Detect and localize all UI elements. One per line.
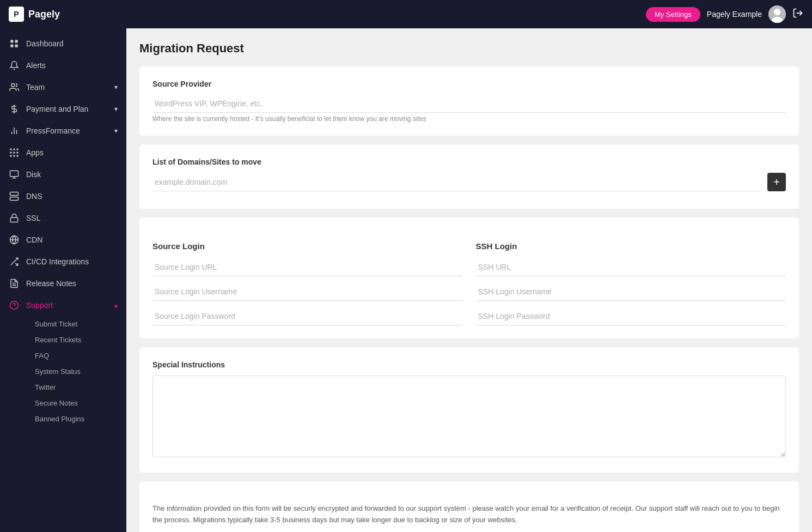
sidebar-item-system-status[interactable]: System Status — [26, 364, 126, 379]
add-domain-button[interactable]: + — [767, 173, 786, 191]
sidebar-label-payment: Payment and Plan — [26, 105, 88, 113]
logo-text: Pagely — [28, 9, 60, 20]
special-instructions-label: Special Instructions — [152, 360, 786, 369]
sidebar-label-pressformance: PressFormance — [26, 126, 80, 135]
ssh-url-input[interactable] — [476, 258, 786, 276]
domains-label: List of Domains/Sites to move — [152, 158, 786, 166]
sidebar-item-dashboard[interactable]: Dashboard — [0, 33, 126, 55]
header: P Pagely My Settings Pagely Example — [0, 0, 812, 28]
dns-icon — [9, 191, 20, 202]
sidebar-label-alerts: Alerts — [26, 61, 46, 70]
svg-rect-15 — [17, 149, 19, 150]
sidebar-item-release-notes[interactable]: Release Notes — [0, 273, 126, 294]
source-provider-input[interactable] — [152, 95, 786, 113]
sidebar-item-alerts[interactable]: Alerts — [0, 55, 126, 76]
team-chevron: ▾ — [114, 83, 118, 91]
ssl-icon — [9, 213, 20, 223]
dashboard-icon — [9, 38, 20, 49]
sidebar-item-banned-plugins[interactable]: Banned Plugins — [26, 411, 126, 427]
sidebar-item-cicd[interactable]: CI/CD Integrations — [0, 251, 126, 273]
sidebar-item-apps[interactable]: Apps — [0, 142, 126, 164]
sidebar-item-cdn[interactable]: CDN — [0, 229, 126, 251]
support-icon — [9, 300, 20, 311]
info-text: The information provided on this form wi… — [152, 503, 786, 526]
sidebar-item-secure-notes[interactable]: Secure Notes — [26, 395, 126, 411]
my-settings-button[interactable]: My Settings — [646, 7, 700, 22]
sidebar-label-disk: Disk — [26, 170, 41, 179]
sidebar-label-ssl: SSL — [26, 214, 40, 222]
sidebar-label-support: Support — [26, 301, 53, 310]
main-layout: Dashboard Alerts Team ▾ Payment and Plan… — [0, 28, 812, 532]
header-right: My Settings Pagely Example — [646, 5, 803, 23]
source-login-password-input[interactable] — [152, 307, 463, 325]
svg-rect-14 — [14, 149, 15, 150]
svg-rect-20 — [14, 155, 15, 157]
cicd-icon — [9, 256, 20, 267]
domain-row: + — [152, 173, 786, 191]
sidebar-item-payment[interactable]: Payment and Plan ▾ — [0, 98, 126, 120]
ssh-password-input[interactable] — [476, 307, 786, 325]
logout-icon[interactable] — [792, 8, 803, 21]
sidebar-label-cdn: CDN — [26, 235, 42, 244]
special-instructions-card: Special Instructions — [139, 347, 799, 473]
svg-rect-4 — [10, 40, 13, 43]
cdn-icon — [9, 234, 20, 245]
pressformance-icon — [9, 125, 20, 136]
sidebar-item-twitter[interactable]: Twitter — [26, 379, 126, 395]
support-submenu: Submit Ticket Recent Tickets FAQ System … — [0, 316, 126, 427]
source-login-section: Source Login — [152, 241, 463, 325]
source-login-url-input[interactable] — [152, 258, 463, 276]
team-icon — [9, 82, 20, 93]
svg-rect-22 — [10, 171, 19, 177]
source-provider-label: Source Provider — [152, 80, 786, 88]
avatar — [768, 5, 786, 23]
sidebar-item-submit-ticket[interactable]: Submit Ticket — [26, 316, 126, 332]
submit-card: The information provided on this form wi… — [139, 481, 799, 532]
apps-icon — [9, 147, 20, 158]
sidebar-item-support[interactable]: Support ▴ — [0, 294, 126, 316]
sidebar-item-team[interactable]: Team ▾ — [0, 76, 126, 98]
svg-rect-16 — [10, 152, 12, 154]
svg-rect-17 — [14, 152, 15, 154]
domain-input[interactable] — [152, 173, 762, 191]
source-login-title: Source Login — [152, 241, 463, 251]
sidebar: Dashboard Alerts Team ▾ Payment and Plan… — [0, 28, 126, 532]
svg-point-8 — [11, 83, 15, 87]
release-notes-icon — [9, 278, 20, 289]
ssh-login-section: SSH Login — [476, 241, 786, 325]
ssh-username-input[interactable] — [476, 283, 786, 301]
svg-rect-5 — [15, 40, 18, 43]
header-username: Pagely Example — [707, 10, 762, 19]
payment-icon — [9, 104, 20, 114]
ssh-login-title: SSH Login — [476, 241, 786, 251]
svg-rect-13 — [10, 149, 12, 150]
svg-point-1 — [774, 9, 780, 15]
sidebar-item-recent-tickets[interactable]: Recent Tickets — [26, 332, 126, 348]
logo-icon: P — [9, 7, 24, 22]
svg-rect-6 — [10, 45, 13, 47]
sidebar-item-dns[interactable]: DNS — [0, 185, 126, 207]
sidebar-label-cicd: CI/CD Integrations — [26, 257, 89, 266]
sidebar-item-ssl[interactable]: SSL — [0, 207, 126, 229]
pressformance-chevron: ▾ — [114, 127, 118, 135]
sidebar-item-faq[interactable]: FAQ — [26, 348, 126, 364]
main-content: Migration Request Source Provider Where … — [126, 28, 812, 532]
source-login-username-input[interactable] — [152, 283, 463, 301]
page-title: Migration Request — [139, 41, 799, 56]
alerts-icon — [9, 60, 20, 71]
sidebar-label-apps: Apps — [26, 148, 44, 157]
sidebar-label-dns: DNS — [26, 192, 42, 201]
svg-rect-19 — [10, 155, 12, 157]
sidebar-label-team: Team — [26, 83, 45, 92]
login-columns: Source Login SSH Login — [152, 241, 786, 325]
source-provider-card: Source Provider Where the site is curren… — [139, 66, 799, 136]
payment-chevron: ▾ — [114, 105, 118, 113]
support-chevron: ▴ — [114, 301, 118, 309]
logo: P Pagely — [9, 7, 60, 22]
sidebar-item-pressformance[interactable]: PressFormance ▾ — [0, 120, 126, 142]
sidebar-label-release-notes: Release Notes — [26, 279, 76, 288]
svg-rect-26 — [10, 197, 19, 201]
sidebar-item-disk[interactable]: Disk — [0, 164, 126, 185]
special-instructions-textarea[interactable] — [152, 376, 786, 457]
svg-rect-21 — [17, 155, 19, 157]
